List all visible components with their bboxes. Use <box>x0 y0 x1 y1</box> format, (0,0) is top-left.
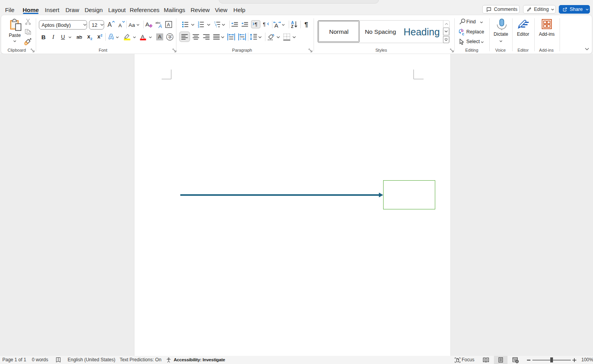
svg-text:¶: ¶ <box>263 21 266 27</box>
svg-text:3: 3 <box>198 26 199 28</box>
svg-text:A: A <box>141 34 145 40</box>
svg-text:Z: Z <box>291 24 293 28</box>
svg-text:c: c <box>462 32 464 36</box>
svg-text:字: 字 <box>168 35 172 39</box>
svg-text:A: A <box>145 21 149 28</box>
svg-text:A: A <box>158 23 162 28</box>
svg-text:¶: ¶ <box>255 21 258 27</box>
svg-text:A: A <box>274 22 278 28</box>
svg-text:i: i <box>216 25 216 28</box>
svg-text:A: A <box>167 22 170 28</box>
